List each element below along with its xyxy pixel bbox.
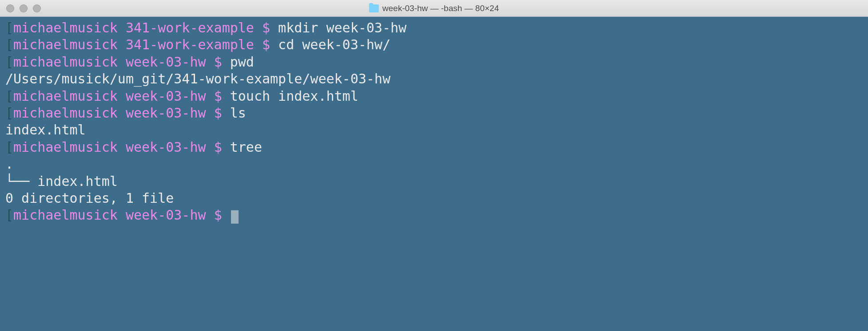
- terminal-line: [michaelmusick week-03-hw $ tree: [5, 139, 863, 156]
- prompt-dir: week-03-hw: [126, 105, 206, 121]
- command-text: mkdir week-03-hw: [278, 20, 406, 35]
- prompt-symbol: $: [214, 105, 222, 121]
- prompt-bracket: [: [5, 105, 13, 121]
- terminal-content[interactable]: [michaelmusick 341-work-example $ mkdir …: [0, 17, 868, 331]
- prompt-bracket: [: [5, 37, 13, 52]
- prompt-user: michaelmusick: [13, 20, 118, 35]
- terminal-line: [michaelmusick 341-work-example $ mkdir …: [5, 20, 863, 36]
- close-button[interactable]: [6, 4, 14, 12]
- terminal-line: index.html: [5, 122, 863, 138]
- folder-icon: [369, 4, 379, 12]
- terminal-line: [michaelmusick week-03-hw $ ls: [5, 105, 863, 122]
- terminal-line: [michaelmusick week-03-hw $ pwd: [5, 54, 863, 71]
- prompt-user: michaelmusick: [13, 105, 118, 121]
- prompt-dir: week-03-hw: [126, 88, 206, 104]
- titlebar[interactable]: week-03-hw — -bash — 80×24: [0, 0, 868, 17]
- cursor: [231, 210, 239, 224]
- prompt-dir: week-03-hw: [126, 54, 206, 70]
- titlebar-title-area: week-03-hw — -bash — 80×24: [369, 4, 499, 13]
- prompt-bracket: [: [5, 207, 13, 223]
- prompt-user: michaelmusick: [13, 207, 118, 223]
- terminal-line: /Users/musick/um_git/341-work-example/we…: [5, 71, 863, 87]
- prompt-dir: week-03-hw: [126, 139, 206, 155]
- terminal-line: └── index.html: [5, 173, 863, 190]
- maximize-button[interactable]: [33, 4, 41, 12]
- prompt-bracket: [: [5, 88, 13, 104]
- prompt-symbol: $: [214, 139, 222, 155]
- prompt-bracket: [: [5, 54, 13, 70]
- output-text: └── index.html: [5, 173, 118, 189]
- prompt-user: michaelmusick: [13, 54, 118, 70]
- output-text: index.html: [5, 122, 86, 138]
- prompt-bracket: [: [5, 20, 13, 35]
- prompt-symbol: $: [262, 20, 270, 35]
- terminal-line: .: [5, 156, 863, 173]
- output-text: 0 directories, 1 file: [5, 190, 174, 206]
- prompt-dir: 341-work-example: [126, 37, 254, 52]
- terminal-window: week-03-hw — -bash — 80×24 [michaelmusic…: [0, 0, 868, 331]
- window-title: week-03-hw — -bash — 80×24: [382, 4, 499, 13]
- prompt-symbol: $: [214, 88, 222, 104]
- prompt-dir: week-03-hw: [126, 207, 206, 223]
- prompt-bracket: [: [5, 139, 13, 155]
- prompt-user: michaelmusick: [13, 37, 118, 52]
- prompt-symbol: $: [214, 207, 222, 223]
- terminal-line: [michaelmusick 341-work-example $ cd wee…: [5, 36, 863, 53]
- command-text: tree: [230, 139, 262, 155]
- minimize-button[interactable]: [20, 4, 28, 12]
- traffic-lights: [6, 4, 41, 12]
- output-text: /Users/musick/um_git/341-work-example/we…: [5, 71, 390, 87]
- terminal-line: [michaelmusick week-03-hw $: [5, 207, 863, 224]
- command-text: cd week-03-hw/: [278, 37, 390, 52]
- command-text: ls: [230, 105, 246, 121]
- terminal-line: 0 directories, 1 file: [5, 190, 863, 207]
- terminal-line: [michaelmusick week-03-hw $ touch index.…: [5, 88, 863, 105]
- command-text: pwd: [230, 54, 254, 70]
- command-text: touch index.html: [230, 88, 358, 104]
- prompt-user: michaelmusick: [13, 88, 118, 104]
- output-text: .: [5, 156, 13, 172]
- prompt-dir: 341-work-example: [126, 20, 254, 35]
- prompt-symbol: $: [262, 37, 270, 52]
- prompt-symbol: $: [214, 54, 222, 70]
- prompt-user: michaelmusick: [13, 139, 118, 155]
